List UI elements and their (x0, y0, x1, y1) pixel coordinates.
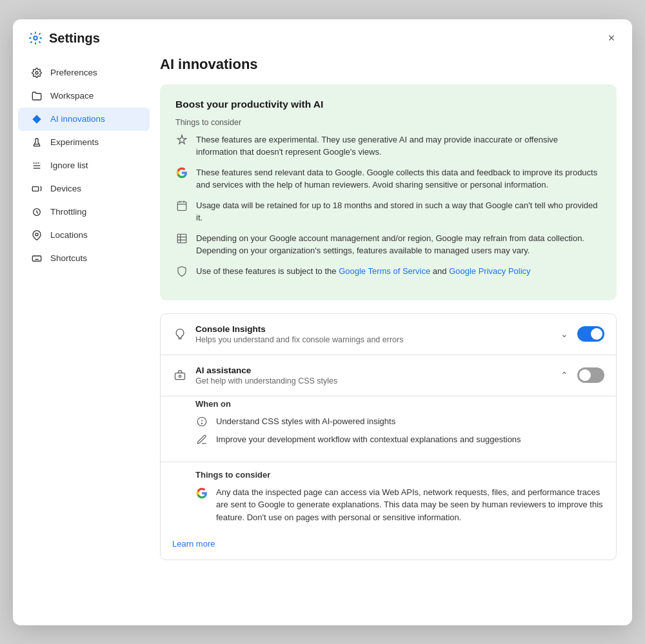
when-on-item-1: Understand CSS styles with AI-powered in… (195, 415, 604, 428)
sidebar-label-workspace: Workspace (50, 91, 94, 101)
flask-icon (31, 137, 43, 148)
sidebar-item-throttling[interactable]: Throttling (18, 200, 150, 224)
sidebar: Preferences Workspace AI innovations Exp… (13, 56, 155, 625)
ai-assistance-controls: ⌃ (558, 367, 604, 383)
ai-assistance-name: AI assistance (195, 366, 550, 375)
ai-assistance-expanded: When on Understand CSS styles with AI-po… (161, 399, 616, 462)
info-circle-icon (195, 415, 208, 428)
tos-link[interactable]: Google Terms of Service (339, 266, 430, 276)
sidebar-item-devices[interactable]: Devices (18, 177, 150, 200)
sidebar-label-ai-innovations: AI innovations (50, 114, 105, 124)
svg-rect-20 (177, 234, 186, 243)
svg-point-28 (201, 423, 202, 424)
svg-point-1 (35, 72, 38, 74)
sidebar-item-shortcuts[interactable]: Shortcuts (18, 247, 150, 270)
things-section: Things to consider Any data the inspecte… (161, 462, 616, 532)
google-icon-1 (175, 167, 188, 180)
when-on-item-2: Improve your development workflow with c… (195, 433, 604, 446)
info-text-1: These features are experimental. They us… (196, 133, 601, 159)
info-item-3: Usage data will be retained for up to 18… (175, 199, 601, 224)
window-title: Settings (28, 31, 100, 46)
settings-window: Settings × Preferences Workspace (13, 19, 632, 625)
close-button[interactable]: × (604, 31, 619, 46)
privacy-link[interactable]: Google Privacy Policy (449, 266, 530, 276)
ai-assistance-chevron[interactable]: ⌃ (558, 367, 571, 383)
sidebar-label-ignore-list: Ignore list (50, 161, 88, 170)
console-insights-desc: Helps you understand and fix console war… (195, 335, 550, 344)
sidebar-label-preferences: Preferences (50, 68, 97, 77)
devices-icon (31, 183, 43, 195)
ai-assist-icon (172, 367, 188, 383)
sidebar-label-devices: Devices (50, 184, 81, 193)
info-card-title: Boost your productivity with AI (175, 99, 601, 110)
ai-assistance-row: AI assistance Get help with understandin… (161, 355, 616, 396)
console-insights-name: Console Insights (195, 324, 550, 334)
things-text-1: Any data the inspected page can access v… (216, 486, 604, 524)
window-body: Preferences Workspace AI innovations Exp… (13, 46, 632, 625)
svg-rect-7 (32, 186, 38, 191)
info-text-5: Use of these features is subject to the … (196, 265, 531, 278)
sidebar-item-ai-innovations[interactable]: AI innovations (18, 108, 150, 131)
location-icon (31, 229, 43, 241)
toggle-thumb-off (579, 369, 591, 381)
throttle-icon (31, 206, 43, 218)
page-title: AI innovations (160, 56, 617, 73)
info-item-4: Depending on your Google account managem… (175, 232, 601, 257)
ai-assistance-desc: Get help with understanding CSS styles (195, 376, 550, 385)
diamond-icon (31, 113, 43, 125)
ai-assistance-toggle[interactable] (577, 367, 604, 383)
console-insights-controls: ⌄ (558, 326, 604, 342)
sidebar-item-preferences[interactable]: Preferences (18, 61, 150, 84)
console-insights-info: Console Insights Helps you understand an… (195, 324, 550, 344)
google-icon-2 (195, 487, 208, 500)
ai-assistance-info: AI assistance Get help with understandin… (195, 366, 550, 385)
sidebar-item-experiments[interactable]: Experiments (18, 131, 150, 154)
gear-icon (31, 67, 43, 79)
things-section-label: Things to consider (195, 470, 604, 480)
info-item-5: Use of these features is subject to the … (175, 265, 601, 278)
when-on-text-1: Understand CSS styles with AI-powered in… (216, 416, 395, 426)
console-insights-chevron[interactable]: ⌄ (558, 326, 571, 342)
when-on-label: When on (195, 399, 604, 409)
lightbulb-icon (172, 326, 188, 342)
svg-point-0 (34, 36, 37, 40)
main-panel: AI innovations Boost your productivity w… (155, 56, 632, 625)
calendar-icon (175, 200, 188, 213)
console-insights-row: Console Insights Helps you understand an… (161, 314, 616, 355)
console-insights-toggle[interactable] (577, 326, 604, 342)
svg-rect-24 (175, 373, 185, 380)
info-item-2: These features send relevant data to Goo… (175, 166, 601, 191)
sidebar-label-shortcuts: Shortcuts (50, 253, 87, 263)
toggle-thumb (591, 328, 602, 340)
info-card: Boost your productivity with AI Things t… (160, 84, 617, 300)
window-header: Settings × (13, 19, 632, 46)
learn-more-row: Learn more (161, 531, 616, 560)
svg-marker-2 (32, 115, 41, 123)
shield-icon (175, 266, 188, 278)
sidebar-label-throttling: Throttling (50, 207, 86, 217)
things-section-item-1: Any data the inspected page can access v… (195, 486, 604, 524)
info-text-4: Depending on your Google account managem… (196, 232, 601, 257)
features-card: Console Insights Helps you understand an… (160, 313, 617, 561)
info-text-2: These features send relevant data to Goo… (196, 166, 601, 191)
svg-rect-16 (177, 202, 186, 211)
pencil-edit-icon (195, 433, 208, 446)
ignore-icon (31, 160, 43, 171)
info-text-3: Usage data will be retained for up to 18… (196, 199, 601, 224)
things-label: Things to consider (175, 118, 601, 127)
learn-more-link[interactable]: Learn more (172, 539, 215, 549)
sidebar-item-workspace[interactable]: Workspace (18, 84, 150, 108)
svg-rect-10 (32, 256, 41, 261)
settings-icon (28, 31, 43, 45)
table-icon (175, 233, 188, 246)
svg-point-25 (179, 375, 181, 377)
keyboard-icon (31, 253, 43, 264)
sidebar-item-locations[interactable]: Locations (18, 224, 150, 247)
sidebar-label-experiments: Experiments (50, 137, 99, 147)
when-on-text-2: Improve your development workflow with c… (216, 434, 521, 444)
sidebar-label-locations: Locations (50, 230, 88, 240)
sidebar-item-ignore-list[interactable]: Ignore list (18, 154, 150, 177)
folder-icon (31, 90, 43, 102)
sparkle-icon (175, 134, 188, 147)
svg-point-9 (35, 233, 38, 235)
